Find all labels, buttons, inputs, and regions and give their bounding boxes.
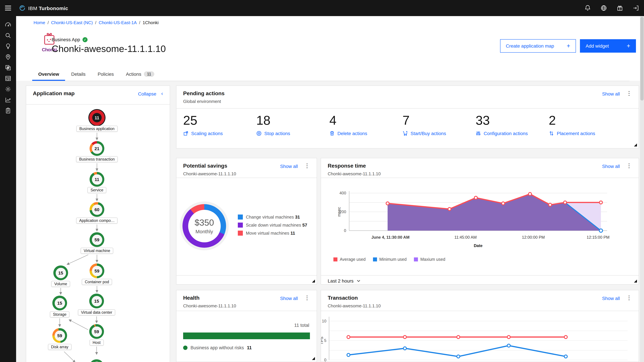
breadcrumb-item[interactable]: Home [34, 20, 45, 25]
show-all-link[interactable]: Show all [602, 91, 620, 96]
turbonomic-dashboard: IBM Turbonomic [0, 0, 644, 362]
map-node-label[interactable]: Disk array [48, 344, 72, 350]
stat-link-cart[interactable]: Start/Buy actions [402, 131, 476, 136]
response-time-chart: 0200400msecJune 4, 11:30:00 AM11:45:00 A… [321, 178, 639, 255]
legend-item: Change virtual machines 31 [238, 215, 307, 220]
map-node[interactable]: 59 [52, 328, 67, 343]
pending-stat: 25Scaling actions [183, 113, 256, 136]
map-node[interactable]: 60 [90, 202, 104, 217]
map-node[interactable]: 59 [90, 232, 104, 247]
add-widget-button[interactable]: Add widget+ [580, 39, 636, 53]
overflow-menu-icon[interactable]: ⋮ [304, 295, 310, 301]
show-all-link[interactable]: Show all [280, 164, 298, 169]
scrollbar-thumb[interactable] [640, 17, 644, 100]
chevron-left-icon[interactable]: ‹ [161, 90, 163, 96]
savings-period: Monthly [196, 229, 213, 234]
map-node[interactable]: 21 [90, 141, 104, 156]
stat-link-placement[interactable]: Placement actions [549, 131, 622, 136]
log-in-icon[interactable] [628, 0, 644, 16]
overflow-menu-icon[interactable]: ⋮ [626, 163, 632, 169]
map-node-label[interactable]: Storage [50, 311, 70, 318]
response-time-subtitle: Chonki-awesome-11.1.1.10 [328, 171, 381, 176]
sidebar-reports-chart-icon[interactable] [0, 94, 16, 105]
map-node[interactable]: 11 [90, 172, 104, 187]
sidebar-dashboard-gauge-icon[interactable] [0, 19, 16, 30]
overflow-menu-icon[interactable]: ⋮ [626, 295, 632, 301]
map-node[interactable]: 59 [89, 324, 104, 339]
map-node-value: 60 [92, 204, 102, 215]
chevron-down-icon [357, 280, 360, 282]
map-node-label[interactable]: Application compo… [76, 218, 118, 224]
tab-overview[interactable]: Overview [32, 68, 65, 81]
tab-badge: 11 [144, 71, 154, 77]
sidebar-dashboards-widget-icon[interactable] [0, 73, 16, 84]
resize-handle[interactable] [312, 357, 315, 360]
tab-label: Actions [126, 71, 142, 77]
stat-link-scale[interactable]: Scaling actions [183, 131, 256, 136]
create-application-map-button[interactable]: Create application map+ [500, 39, 576, 53]
show-all-link[interactable]: Show all [602, 296, 620, 301]
breadcrumb-item[interactable]: Chonki-US-East (NC) [51, 20, 93, 25]
stat-link-trash[interactable]: Delete actions [330, 131, 402, 136]
map-node-label[interactable]: Virtual data center [78, 309, 115, 316]
tab-label: Details [71, 71, 86, 77]
globe-icon[interactable] [596, 0, 612, 16]
svg-text:Date: Date [474, 243, 482, 248]
map-node-value: 15 [54, 298, 65, 308]
tab-details[interactable]: Details [65, 68, 92, 81]
vertical-scrollbar[interactable] [640, 16, 644, 362]
map-node-label[interactable]: Container pod [82, 279, 112, 285]
map-node[interactable]: 15 [52, 296, 67, 310]
sidebar-search-icon[interactable] [0, 30, 16, 41]
legend-item: Maxium used [414, 257, 445, 262]
resize-handle[interactable] [634, 280, 637, 283]
map-node-label[interactable]: Service [88, 187, 106, 193]
savings-legend: Change virtual machines 31Scale down vir… [238, 215, 307, 236]
sidebar-plans-compare-icon[interactable] [0, 62, 16, 73]
map-node-label[interactable]: Business transaction [76, 156, 118, 162]
sidebar-settings-gear-icon[interactable] [0, 84, 16, 94]
map-node-label[interactable]: Host [90, 340, 104, 346]
show-all-link[interactable]: Show all [602, 164, 620, 169]
map-node[interactable]: 15 [53, 266, 68, 280]
breadcrumb: Home/Chonki-US-East (NC)/Chonki-US-East-… [34, 20, 159, 25]
map-node-value: 11 [92, 174, 102, 185]
sidebar-placement-pin-icon[interactable] [0, 52, 16, 62]
trash-icon [330, 131, 335, 136]
response-time-legend: Average usedMinimum usedMaxium used [334, 257, 445, 262]
tab-policies[interactable]: Policies [92, 68, 120, 81]
resize-handle[interactable] [312, 280, 315, 283]
sidebar-tasks-clipboard-icon[interactable] [0, 105, 16, 116]
gift-icon[interactable] [612, 0, 628, 16]
transaction-subtitle: Chonki-awesome-11.1.1.10 [328, 303, 381, 308]
time-range-dropdown[interactable]: Last 2 hours [328, 278, 360, 284]
potential-savings-card: Potential savings Chonki-awesome-11.1.1.… [176, 158, 317, 285]
collapse-link[interactable]: Collapse [138, 91, 156, 96]
stat-value: 4 [330, 113, 402, 127]
map-node-label[interactable]: Virtual machine [81, 248, 113, 254]
stat-value: 18 [256, 113, 330, 127]
cart-icon [402, 131, 408, 136]
stat-link-config[interactable]: Configuration actions [476, 131, 549, 136]
overflow-menu-icon[interactable]: ⋮ [626, 90, 632, 97]
brand-logo[interactable]: IBM Turbonomic [19, 5, 68, 11]
breadcrumb-item: 1Chonki [143, 20, 159, 25]
breadcrumb-separator: / [95, 20, 96, 25]
stat-link-stop[interactable]: Stop actions [256, 131, 330, 136]
savings-amount: $350 [194, 218, 214, 228]
sidebar-insights-lightbulb-icon[interactable] [0, 41, 16, 52]
map-node-label[interactable]: Business application [76, 126, 118, 132]
map-node[interactable]: 15 [89, 294, 104, 308]
notifications-icon[interactable] [580, 0, 596, 16]
tab-actions[interactable]: Actions11 [120, 68, 160, 81]
map-node[interactable]: 11 [89, 110, 105, 125]
overflow-menu-icon[interactable]: ⋮ [304, 163, 310, 169]
resize-handle[interactable] [634, 143, 637, 146]
hamburger-menu-icon[interactable] [0, 0, 16, 16]
breadcrumb-item[interactable]: Chonki-US-East-1A [98, 20, 137, 25]
legend-item: Move virtual machines 11 [238, 231, 307, 236]
show-all-link[interactable]: Show all [280, 296, 298, 301]
health-title: Health [183, 295, 200, 301]
map-node[interactable]: 59 [90, 264, 104, 278]
map-node-label[interactable]: Volume [51, 281, 70, 287]
